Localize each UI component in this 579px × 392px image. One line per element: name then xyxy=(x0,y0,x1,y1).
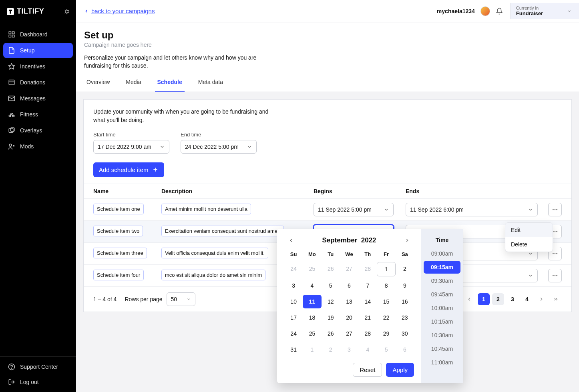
ends-dropdown[interactable]: 11 Sep 2022 6:00 pm xyxy=(406,203,538,216)
calendar-day[interactable]: 9 xyxy=(396,279,414,292)
row-actions-button[interactable] xyxy=(548,269,562,282)
tab-overview[interactable]: Overview xyxy=(84,79,112,92)
sidebar-item-overlays[interactable]: Overlays xyxy=(3,123,73,138)
edit-action[interactable]: Edit xyxy=(505,223,553,237)
calendar-day[interactable]: 29 xyxy=(377,327,395,340)
time-option[interactable]: 09:15am xyxy=(424,261,460,274)
calendar-day[interactable]: 8 xyxy=(377,279,395,292)
calendar-day[interactable]: 20 xyxy=(340,311,358,324)
calendar-day[interactable]: 14 xyxy=(358,295,377,308)
reset-button[interactable]: Reset xyxy=(353,363,382,377)
calendar-day[interactable]: 31 xyxy=(284,343,303,356)
sidebar-item-donations[interactable]: Donations xyxy=(3,75,73,90)
calendar-day[interactable]: 4 xyxy=(303,279,321,292)
tab-media[interactable]: Media xyxy=(123,79,143,92)
calendar-day[interactable]: 25 xyxy=(303,262,321,276)
calendar-day[interactable]: 15 xyxy=(377,295,395,308)
sidebar-item-mods[interactable]: Mods xyxy=(3,139,73,154)
sidebar-item-incentives[interactable]: Incentives xyxy=(3,59,73,74)
time-option[interactable]: 10:30am xyxy=(424,329,460,342)
sidebar-footer-support-center[interactable]: Support Center xyxy=(3,359,73,374)
apply-button[interactable]: Apply xyxy=(386,363,414,377)
description-input[interactable]: mco est sit aliqua dolor do amet sin min… xyxy=(161,270,265,280)
calendar-day[interactable]: 27 xyxy=(340,327,358,340)
page-1[interactable]: 1 xyxy=(478,293,490,305)
name-input[interactable]: Schedule item three xyxy=(93,248,147,258)
calendar-day[interactable]: 24 xyxy=(284,327,303,340)
calendar-day[interactable]: 1 xyxy=(377,262,395,276)
tab-meta-data[interactable]: Meta data xyxy=(196,79,225,92)
calendar-day[interactable]: 30 xyxy=(396,327,414,340)
sidebar-item-setup[interactable]: Setup xyxy=(3,43,73,58)
calendar-day[interactable]: 24 xyxy=(284,262,303,276)
last-page-button[interactable] xyxy=(550,293,562,305)
calendar-day[interactable]: 17 xyxy=(284,311,303,324)
calendar-day[interactable]: 11 xyxy=(303,295,321,308)
calendar-day[interactable]: 7 xyxy=(358,279,377,292)
tab-schedule[interactable]: Schedule xyxy=(155,79,185,92)
description-input[interactable]: Exercitation veniam consequat sunt nostr… xyxy=(161,226,284,236)
description-input[interactable]: Amet minim mollit non deserunt ulla xyxy=(161,204,251,214)
calendar-day[interactable]: 12 xyxy=(322,295,340,308)
pin-icon[interactable] xyxy=(64,9,70,14)
calendar-day[interactable]: 22 xyxy=(377,311,395,324)
time-option[interactable]: 10:15am xyxy=(424,315,460,328)
name-input[interactable]: Schedule item two xyxy=(93,226,143,236)
description-input[interactable]: Velit officia consequat duis enim velit … xyxy=(161,248,268,258)
calendar-day[interactable]: 21 xyxy=(358,311,377,324)
calendar-day[interactable]: 1 xyxy=(303,343,321,356)
calendar-day[interactable]: 26 xyxy=(322,327,340,340)
page-4[interactable]: 4 xyxy=(521,293,533,305)
begins-dropdown[interactable]: 11 Sep 2022 5:00 pm xyxy=(314,203,394,216)
name-input[interactable]: Schedule item one xyxy=(93,204,144,214)
time-option[interactable]: 11:00am xyxy=(424,356,460,369)
page-3[interactable]: 3 xyxy=(507,293,519,305)
back-link[interactable]: back to your campaigns xyxy=(84,8,155,14)
calendar-day[interactable]: 23 xyxy=(396,311,414,324)
prev-month-button[interactable] xyxy=(287,236,296,245)
next-page-button[interactable] xyxy=(535,293,547,305)
calendar-day[interactable]: 3 xyxy=(284,279,303,292)
start-time-dropdown[interactable]: 17 Dec 2022 9:00 am xyxy=(93,140,169,154)
calendar-day[interactable]: 13 xyxy=(340,295,358,308)
page-2[interactable]: 2 xyxy=(492,293,504,305)
calendar-day[interactable]: 5 xyxy=(322,279,340,292)
calendar-day[interactable]: 19 xyxy=(322,311,340,324)
delete-action[interactable]: Delete xyxy=(505,237,553,252)
calendar-day[interactable]: 16 xyxy=(396,295,414,308)
calendar-day[interactable]: 4 xyxy=(358,343,377,356)
sidebar-footer-log-out[interactable]: Log out xyxy=(3,374,73,390)
end-time-dropdown[interactable]: 24 Dec 2022 5:00 pm xyxy=(181,140,257,154)
prev-page-button[interactable] xyxy=(463,293,475,305)
rows-per-page-dropdown[interactable]: 50 xyxy=(167,292,195,306)
time-option[interactable]: 10:45am xyxy=(424,342,460,355)
calendar-day[interactable]: 28 xyxy=(358,327,377,340)
calendar-day[interactable]: 18 xyxy=(303,311,321,324)
avatar[interactable] xyxy=(480,6,490,16)
sidebar-item-messages[interactable]: Messages xyxy=(3,91,73,106)
time-column-title: Time xyxy=(424,234,460,246)
next-month-button[interactable] xyxy=(403,236,412,245)
calendar-day[interactable]: 2 xyxy=(322,343,340,356)
calendar-day[interactable]: 6 xyxy=(340,279,358,292)
time-option[interactable]: 09:45am xyxy=(424,288,460,301)
calendar-day[interactable]: 27 xyxy=(340,262,358,276)
calendar-day[interactable]: 5 xyxy=(377,343,395,356)
calendar-day[interactable]: 25 xyxy=(303,327,321,340)
row-actions-button[interactable] xyxy=(548,203,562,216)
add-schedule-item-button[interactable]: Add schedule item xyxy=(93,162,164,177)
time-option[interactable]: 09:30am xyxy=(424,274,460,287)
calendar-day[interactable]: 2 xyxy=(396,262,414,276)
calendar-day[interactable]: 26 xyxy=(322,262,340,276)
name-input[interactable]: Schedule item four xyxy=(93,270,144,280)
time-option[interactable]: 09:00am xyxy=(424,247,460,260)
calendar-day[interactable]: 28 xyxy=(358,262,377,276)
sidebar-item-dashboard[interactable]: Dashboard xyxy=(3,27,73,42)
calendar-day[interactable]: 10 xyxy=(284,295,303,308)
calendar-day[interactable]: 6 xyxy=(396,343,414,356)
bell-icon[interactable] xyxy=(496,8,503,15)
role-switcher[interactable]: Currently in Fundraiser xyxy=(510,3,579,19)
calendar-day[interactable]: 3 xyxy=(340,343,358,356)
time-option[interactable]: 10:00am xyxy=(424,302,460,314)
sidebar-item-fitness[interactable]: Fitness xyxy=(3,107,73,122)
